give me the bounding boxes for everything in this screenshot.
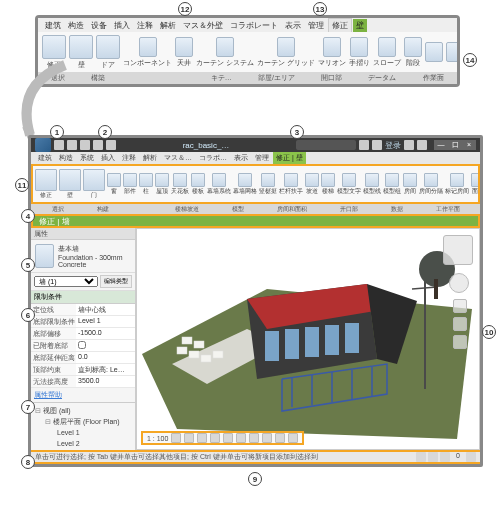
- ribbon-tool[interactable]: 天井: [175, 34, 193, 70]
- shadows-icon[interactable]: [210, 433, 220, 443]
- ribbon-tool[interactable]: 部件: [123, 173, 137, 196]
- ribbon-tool[interactable]: マリオン: [318, 34, 346, 70]
- top-tab[interactable]: コラボレート: [227, 19, 281, 32]
- top-tab[interactable]: 管理: [305, 19, 327, 32]
- main-tab[interactable]: マス＆…: [161, 152, 195, 164]
- qat-open-icon[interactable]: [54, 140, 64, 150]
- ribbon-tool[interactable]: 天花板: [171, 173, 189, 196]
- main-tab[interactable]: 管理: [252, 152, 272, 164]
- main-tab[interactable]: 注释: [119, 152, 139, 164]
- instance-filter-select[interactable]: 墙 (1): [34, 276, 98, 287]
- properties-help-link[interactable]: 属性帮助: [34, 391, 62, 398]
- help-search-input[interactable]: [296, 140, 356, 150]
- top-tab[interactable]: 注释: [134, 19, 156, 32]
- property-value[interactable]: 直到标高: Le…: [76, 364, 135, 375]
- main-tab[interactable]: 解析: [140, 152, 160, 164]
- property-value[interactable]: 3500.0: [76, 376, 135, 387]
- ribbon-tool[interactable]: 坡道: [305, 173, 319, 196]
- ribbon-tool[interactable]: スロープ: [373, 34, 401, 70]
- edit-type-button[interactable]: 编辑类型: [100, 275, 132, 288]
- ribbon-tool[interactable]: 修正: [35, 169, 57, 200]
- ribbon-tool[interactable]: [446, 34, 457, 70]
- worksets-icon[interactable]: [416, 452, 426, 462]
- browser-group-floorplan[interactable]: ⊟楼层平面 (Floor Plan): [33, 416, 133, 427]
- main-tab[interactable]: 系统: [77, 152, 97, 164]
- browser-view[interactable]: Level 2: [33, 438, 133, 449]
- top-tab[interactable]: 建筑: [42, 19, 64, 32]
- browser-root[interactable]: ⊟视图 (all): [33, 405, 133, 416]
- ribbon-tool[interactable]: カーテン システム: [196, 34, 254, 70]
- main-tab[interactable]: 建筑: [35, 152, 55, 164]
- minimize-button[interactable]: —: [434, 140, 448, 150]
- top-tab[interactable]: マス＆外壁: [180, 19, 226, 32]
- orbit-icon[interactable]: [453, 335, 467, 349]
- property-value[interactable]: [76, 340, 135, 351]
- ribbon-tool[interactable]: 房间分隔: [419, 173, 443, 196]
- signin-link[interactable]: 登录: [385, 140, 401, 151]
- ribbon-tool[interactable]: 幕墙系统: [207, 173, 231, 196]
- help-icon[interactable]: [417, 140, 427, 150]
- drawing-area[interactable]: 1 : 100: [136, 228, 480, 450]
- ribbon-tool[interactable]: 标记房间: [445, 173, 469, 196]
- maximize-button[interactable]: 口: [448, 140, 462, 150]
- ribbon-tool[interactable]: 模型文字: [337, 173, 361, 196]
- ribbon-tool[interactable]: 竖梃挺: [259, 173, 277, 196]
- ribbon-tool[interactable]: 階段: [404, 34, 422, 70]
- ribbon-tool[interactable]: コンポーネント: [123, 34, 172, 70]
- main-tab[interactable]: コラボ…: [196, 152, 230, 164]
- main-tab[interactable]: 表示: [231, 152, 251, 164]
- crop-region-icon[interactable]: [249, 433, 259, 443]
- top-tab-context[interactable]: 壁: [353, 19, 367, 32]
- property-value[interactable]: Level 1: [76, 316, 135, 327]
- property-value[interactable]: -1500.0: [76, 328, 135, 339]
- filter-icon[interactable]: [466, 452, 476, 462]
- ribbon-tool[interactable]: 窗: [107, 173, 121, 196]
- qat-redo-icon[interactable]: [93, 140, 103, 150]
- browser-view[interactable]: Level 1: [33, 427, 133, 438]
- ribbon-tool[interactable]: 模型组: [383, 173, 401, 196]
- ribbon-tool[interactable]: 面积: [471, 173, 480, 196]
- ribbon-tool[interactable]: 楼梯: [321, 173, 335, 196]
- ribbon-tool[interactable]: 栏杆扶手: [279, 173, 303, 196]
- exchange-icon[interactable]: [404, 140, 414, 150]
- properties-header[interactable]: 属性: [31, 228, 135, 240]
- ribbon-tool[interactable]: ドア: [96, 34, 120, 70]
- scale-selector[interactable]: 1 : 100: [147, 435, 168, 442]
- ribbon-tool[interactable]: 房间: [403, 173, 417, 196]
- crop-view-icon[interactable]: [236, 433, 246, 443]
- qat-save-icon[interactable]: [67, 140, 77, 150]
- qat-undo-icon[interactable]: [80, 140, 90, 150]
- close-button[interactable]: ×: [462, 140, 476, 150]
- zoom-icon[interactable]: [453, 317, 467, 331]
- top-tab[interactable]: 表示: [282, 19, 304, 32]
- top-tab-active[interactable]: 修正: [328, 18, 352, 32]
- ribbon-tool[interactable]: 模型线: [363, 173, 381, 196]
- props-group-header[interactable]: 限制条件: [31, 291, 135, 304]
- ribbon-tool[interactable]: 柱: [139, 173, 153, 196]
- ribbon-tool[interactable]: 门: [83, 169, 105, 200]
- viewcube[interactable]: [443, 235, 473, 265]
- visual-style-icon[interactable]: [184, 433, 194, 443]
- lock-3d-icon[interactable]: [262, 433, 272, 443]
- main-tab[interactable]: 构造: [56, 152, 76, 164]
- ribbon-tool[interactable]: 楼板: [191, 173, 205, 196]
- app-logo-icon[interactable]: [35, 138, 51, 152]
- top-tab[interactable]: 构造: [65, 19, 87, 32]
- search-icon[interactable]: [359, 140, 369, 150]
- sun-path-icon[interactable]: [197, 433, 207, 443]
- editable-only-icon[interactable]: [440, 452, 450, 462]
- ribbon-tool[interactable]: カーテン グリッド: [257, 34, 315, 70]
- user-icon[interactable]: [372, 140, 382, 150]
- design-options-icon[interactable]: [428, 452, 438, 462]
- reveal-hidden-icon[interactable]: [288, 433, 298, 443]
- property-checkbox[interactable]: [78, 341, 86, 349]
- ribbon-tool[interactable]: 壁: [59, 169, 81, 200]
- steering-wheel-icon[interactable]: [449, 273, 469, 293]
- type-selector[interactable]: 基本墙 Foundation - 300mm Concrete: [31, 240, 135, 273]
- top-tab[interactable]: 设备: [88, 19, 110, 32]
- ribbon-tool[interactable]: [425, 34, 443, 70]
- qat-print-icon[interactable]: [106, 140, 116, 150]
- ribbon-tool[interactable]: 幕墙网格: [233, 173, 257, 196]
- ribbon-tool[interactable]: 手摺り: [349, 34, 370, 70]
- main-tab-context[interactable]: 修正 | 壁: [273, 152, 306, 164]
